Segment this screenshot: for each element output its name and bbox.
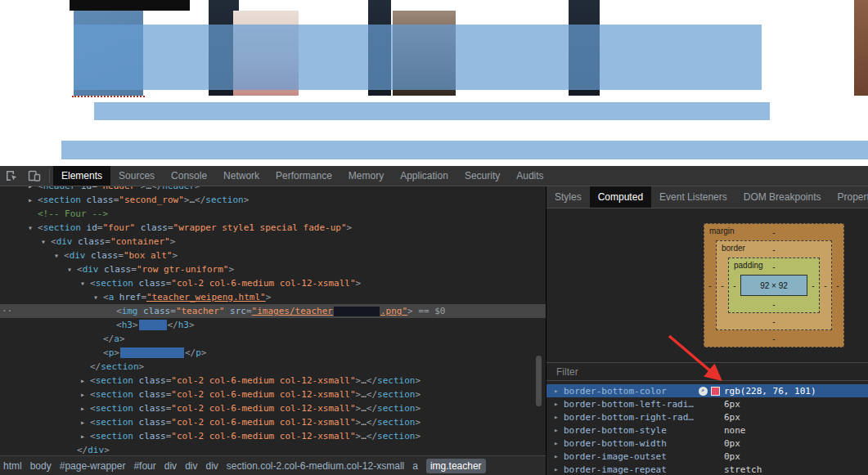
computed-property-row[interactable]: ▸border-image-outset0px <box>546 450 868 463</box>
padding-right-value[interactable]: - <box>807 275 819 296</box>
computed-property-row[interactable]: ▸border-bottom-width0px <box>546 437 868 450</box>
box-model-margin[interactable]: margin - - border - - pa <box>704 223 844 347</box>
dom-tree-row[interactable]: </div> <box>0 443 546 455</box>
property-name-cell: border-image-repeat <box>564 464 724 475</box>
breadcrumb-item-div[interactable]: div <box>164 460 177 472</box>
dom-tree-row[interactable]: ▾<a href="teacher_weipeng.html"> <box>0 290 546 304</box>
computed-property-row[interactable]: ▸border-bottom-stylenone <box>546 423 868 437</box>
tab-sources[interactable]: Sources <box>110 166 163 186</box>
collapse-arrow-icon[interactable]: ▸ <box>80 401 90 415</box>
dom-tree-row[interactable]: ▸<section class="col-2 col-6-medium col-… <box>0 429 546 443</box>
code-token: </ <box>367 375 377 386</box>
collapse-arrow-icon[interactable]: ▸ <box>554 400 564 408</box>
tab-console[interactable]: Console <box>163 166 215 186</box>
collapse-arrow-icon[interactable]: ▸ <box>80 415 90 429</box>
dom-tree-row[interactable]: ▾<section class="col-2 col-6-medium col-… <box>0 276 546 290</box>
expand-arrow-icon[interactable]: ▾ <box>28 221 38 235</box>
collapse-arrow-icon[interactable]: ▸ <box>554 413 564 421</box>
code-token: > <box>356 278 362 289</box>
expand-arrow-icon[interactable]: ▾ <box>80 276 90 290</box>
breadcrumb-item-div[interactable]: div <box>205 460 218 472</box>
dom-tree-row[interactable]: ▸<section class="col-2 col-6-medium col-… <box>0 401 546 415</box>
padding-left-value[interactable]: - <box>729 275 740 296</box>
computed-property-row[interactable]: ▸border-bottom-left-radi…6px <box>546 397 868 410</box>
dom-tree-row[interactable]: </section> <box>0 360 546 374</box>
code-token: … <box>361 403 367 414</box>
goto-source-icon[interactable]: ➜ <box>699 387 708 396</box>
tab-performance[interactable]: Performance <box>268 166 340 186</box>
breadcrumb-item-section-col-2-col-6-medium-col-12-xsmall[interactable]: section.col-2.col-6-medium.col-12-xsmall <box>227 460 404 472</box>
expand-arrow-icon[interactable]: ▾ <box>93 290 103 304</box>
breadcrumb-item-body[interactable]: body <box>30 460 52 472</box>
computed-property-row[interactable]: ▸border-bottom-right-rad…6px <box>546 410 868 423</box>
collapse-arrow-icon[interactable]: ▸ <box>80 429 90 443</box>
tab-audits[interactable]: Audits <box>508 166 551 186</box>
breadcrumb-item-div[interactable]: div <box>185 460 197 472</box>
dom-tree-row[interactable]: ▸<section class="col-2 col-6-medium col-… <box>0 415 546 429</box>
breadcrumb-item-img-teacher[interactable]: img.teacher <box>426 459 486 473</box>
inspect-element-icon[interactable] <box>0 166 23 186</box>
box-model-content[interactable]: 92 × 92 <box>740 275 807 296</box>
tab-elements[interactable]: Elements <box>53 166 110 186</box>
tab-application[interactable]: Application <box>392 166 456 186</box>
collapse-arrow-icon[interactable]: ▸ <box>554 439 564 447</box>
device-toolbar-icon[interactable] <box>23 166 46 186</box>
code-token: = <box>105 236 110 247</box>
expand-arrow-icon[interactable]: ▾ <box>67 262 77 276</box>
margin-bottom-value[interactable]: - <box>716 330 832 347</box>
scrollbar-thumb[interactable] <box>536 356 542 406</box>
expand-arrow-icon[interactable]: ▾ <box>41 235 51 249</box>
padding-bottom-value[interactable]: - <box>740 296 807 312</box>
sidebar-tab-styles[interactable]: Styles <box>546 186 590 208</box>
dom-tree-row[interactable]: <p></p> <box>0 346 546 360</box>
computed-property-row[interactable]: ▸border-image-repeatstretch <box>546 463 868 475</box>
breadcrumb-item-html[interactable]: html <box>3 460 22 472</box>
code-token: … <box>361 431 367 441</box>
collapse-arrow-icon[interactable]: ▸ <box>80 388 90 401</box>
expand-arrow-icon[interactable]: ▾ <box>54 249 64 262</box>
collapse-arrow-icon[interactable]: ▸ <box>80 374 90 388</box>
dom-tree-row[interactable]: ▸<header id="header">…</header> <box>0 186 546 193</box>
margin-right-value[interactable]: - <box>832 240 843 330</box>
breadcrumb-item-page-wrapper[interactable]: #page-wrapper <box>60 460 126 472</box>
dom-tree-row[interactable]: </a> <box>0 332 546 346</box>
collapse-arrow-icon[interactable]: ▸ <box>554 465 564 473</box>
computed-filter-input[interactable]: Filter <box>546 362 868 381</box>
dom-tree-row[interactable]: <!-- Four --> <box>0 207 546 221</box>
collapse-arrow-icon[interactable]: ▸ <box>28 186 38 193</box>
tab-security[interactable]: Security <box>456 166 508 186</box>
breadcrumb-item-a[interactable]: a <box>412 460 418 472</box>
border-left-value[interactable]: - <box>717 258 728 313</box>
dom-tree-row[interactable]: ▾<section id="four" class="wrapper style… <box>0 221 546 235</box>
teacher-photo[interactable] <box>854 0 868 96</box>
border-bottom-value[interactable]: - <box>728 313 820 329</box>
code-token: id <box>75 186 92 191</box>
dom-tree-row[interactable]: <h3></h3> <box>0 318 546 332</box>
code-token: section <box>377 431 415 441</box>
dom-tree-row[interactable]: ·· <img class="teacher" src="images/teac… <box>0 304 546 318</box>
computed-property-row[interactable]: ▸border-bottom-color➜rgb(228, 76, 101) <box>546 384 868 397</box>
margin-left-value[interactable]: - <box>704 240 716 330</box>
color-swatch[interactable] <box>711 387 720 396</box>
dom-tree-row[interactable]: ▾<div class="box alt"> <box>0 249 546 262</box>
breadcrumb-item-four[interactable]: #four <box>133 460 155 472</box>
dom-tree-row[interactable]: ▾<div class="row gtr-uniform"> <box>0 262 546 276</box>
collapse-arrow-icon[interactable]: ▸ <box>554 426 564 434</box>
border-right-value[interactable]: - <box>820 258 831 313</box>
tab-memory[interactable]: Memory <box>340 166 392 186</box>
collapse-arrow-icon[interactable]: ▸ <box>28 193 38 207</box>
dom-tree-row[interactable]: ▾<div class="container"> <box>0 235 546 249</box>
box-model-border[interactable]: border - - padding - - <box>716 240 832 330</box>
code-token: < <box>38 186 43 191</box>
tab-network[interactable]: Network <box>215 166 268 186</box>
dom-tree-row[interactable]: ▸<section class="col-2 col-6-medium col-… <box>0 374 546 388</box>
sidebar-tab-computed[interactable]: Computed <box>590 186 651 208</box>
sidebar-tab-event-listeners[interactable]: Event Listeners <box>651 186 735 208</box>
collapse-arrow-icon[interactable]: ▸ <box>554 452 564 460</box>
box-model-padding[interactable]: padding - - 92 × 92 - - <box>728 258 820 313</box>
sidebar-tab-properties[interactable]: Properties <box>829 186 868 208</box>
collapse-arrow-icon[interactable]: ▸ <box>554 387 564 395</box>
dom-tree-row[interactable]: ▸<section class="col-2 col-6-medium col-… <box>0 388 546 401</box>
sidebar-tab-dom-breakpoints[interactable]: DOM Breakpoints <box>735 186 830 208</box>
dom-tree-row[interactable]: ▸<section class="second_row">…</section> <box>0 193 546 207</box>
